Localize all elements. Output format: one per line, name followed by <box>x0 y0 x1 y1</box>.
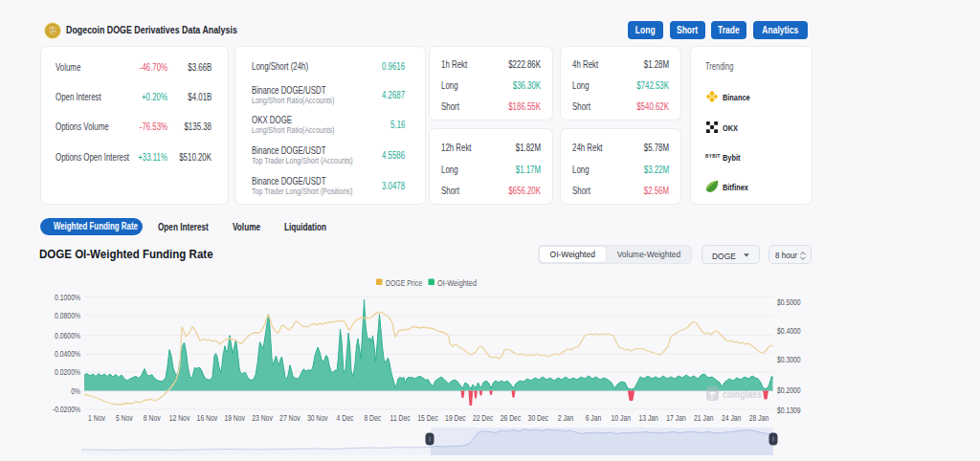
svg-text:0.0200%: 0.0200% <box>55 367 80 377</box>
svg-text:15 Dec: 15 Dec <box>417 413 438 423</box>
svg-text:16 Nov: 16 Nov <box>197 413 218 423</box>
svg-text:coinglass: coinglass <box>723 388 762 400</box>
svg-text:10 Jan: 10 Jan <box>612 413 632 423</box>
svg-text:8 Nov: 8 Nov <box>144 413 161 423</box>
svg-text:30 Nov: 30 Nov <box>307 413 328 423</box>
svg-text:12 Nov: 12 Nov <box>169 413 190 423</box>
svg-text:27 Nov: 27 Nov <box>279 413 301 423</box>
svg-text:1 Nov: 1 Nov <box>88 413 105 423</box>
svg-text:0.0800%: 0.0800% <box>55 311 80 320</box>
svg-text:19 Nov: 19 Nov <box>224 413 245 423</box>
svg-text:17 Jan: 17 Jan <box>666 413 686 423</box>
svg-text:11 Dec: 11 Dec <box>390 413 411 423</box>
svg-text:0.0400%: 0.0400% <box>55 349 80 359</box>
svg-text:DOGE Price: DOGE Price <box>386 278 422 288</box>
svg-text:21 Jan: 21 Jan <box>694 413 714 423</box>
svg-text:13 Jan: 13 Jan <box>639 413 659 423</box>
svg-text:24 Jan: 24 Jan <box>722 413 742 423</box>
svg-text:22 Dec: 22 Dec <box>473 413 494 423</box>
svg-text:$0.3000: $0.3000 <box>777 355 801 364</box>
svg-text:5 Nov: 5 Nov <box>116 413 133 423</box>
svg-text:$0.5000: $0.5000 <box>777 297 801 307</box>
svg-text:OI-Weighted: OI-Weighted <box>437 278 477 288</box>
svg-text:0%: 0% <box>71 386 80 396</box>
svg-text:6 Jan: 6 Jan <box>586 413 602 423</box>
svg-text:28 Jan: 28 Jan <box>749 413 769 423</box>
svg-text:4 Dec: 4 Dec <box>337 413 354 423</box>
svg-text:0.0600%: 0.0600% <box>55 331 80 340</box>
svg-text:$0.2000: $0.2000 <box>777 385 801 395</box>
svg-text:26 Dec: 26 Dec <box>501 413 522 423</box>
svg-text:$0.1309: $0.1309 <box>777 406 801 415</box>
svg-text:23 Nov: 23 Nov <box>252 413 273 423</box>
svg-text:$0.4000: $0.4000 <box>777 326 801 336</box>
svg-text:19 Dec: 19 Dec <box>445 413 466 423</box>
svg-text:0.1000%: 0.1000% <box>55 293 80 302</box>
svg-text:8 Dec: 8 Dec <box>364 413 381 423</box>
svg-text:30 Dec: 30 Dec <box>528 413 549 423</box>
svg-text:-0.0200%: -0.0200% <box>53 405 81 414</box>
svg-text:2 Jan: 2 Jan <box>558 413 574 423</box>
